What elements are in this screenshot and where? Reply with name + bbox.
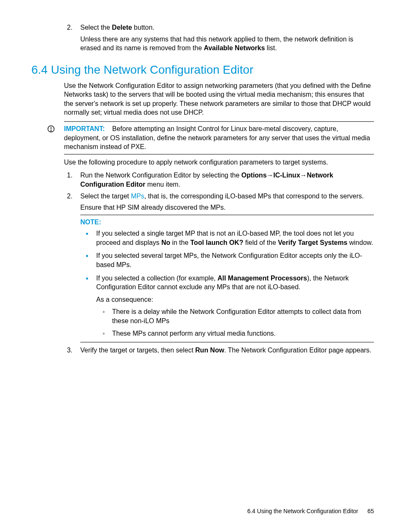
list-text: Verify the target or targets, then selec… xyxy=(80,346,374,355)
important-label: IMPORTANT: xyxy=(64,125,105,132)
list-number: 2. xyxy=(67,23,80,32)
bold-text: Options xyxy=(241,172,266,179)
svg-point-2 xyxy=(51,131,51,131)
important-icon xyxy=(47,124,64,152)
list-number: 3. xyxy=(67,346,80,355)
text: Before attempting an Insight Control for… xyxy=(64,125,370,150)
important-block: IMPORTANT: Before attempting an Insight … xyxy=(47,124,374,152)
text: As a consequence: xyxy=(96,295,374,304)
arrow: → xyxy=(300,172,307,179)
divider xyxy=(80,215,374,215)
bold-text: Tool launch OK? xyxy=(190,239,243,246)
bold-text: Verify Target Systems xyxy=(278,239,348,246)
text: window. xyxy=(348,239,373,246)
page-content: 2. Select the Delete button. Unless ther… xyxy=(0,0,399,532)
text: Select the xyxy=(80,24,112,31)
procedure-intro: Use the following procedure to apply net… xyxy=(64,158,374,167)
page-footer: 6.4 Using the Network Configuration Edit… xyxy=(247,507,374,515)
divider xyxy=(64,121,374,122)
text: Select the target xyxy=(80,193,131,200)
text: Run the Network Configuration Editor by … xyxy=(80,172,241,179)
section-heading: 6.4 Using the Network Configuration Edit… xyxy=(31,62,374,78)
list-continuation: Unless there are any systems that had th… xyxy=(80,35,374,53)
footer-text: 6.4 Using the Network Configuration Edit… xyxy=(247,508,358,514)
text: Ensure that HP SIM already discovered th… xyxy=(80,203,374,212)
bold-text: No xyxy=(161,239,170,246)
note-item: If you selected a collection (for exampl… xyxy=(84,274,374,338)
pre-ordered-list: 2. Select the Delete button. Unless ther… xyxy=(67,23,374,53)
list-text: Select the Delete button. xyxy=(80,23,374,32)
list-text: Select the target MPs, that is, the corr… xyxy=(80,192,374,212)
bold-text: Available Networks xyxy=(204,44,265,51)
important-text: IMPORTANT: Before attempting an Insight … xyxy=(64,124,374,152)
bold-text: Delete xyxy=(112,24,132,31)
step-2: 2. Select the target MPs, that is, the c… xyxy=(67,192,374,212)
text: menu item. xyxy=(146,181,181,188)
sub-list-item: These MPs cannot perform any virtual med… xyxy=(100,329,374,338)
list-number: 1. xyxy=(67,171,80,189)
text: in the xyxy=(170,239,190,246)
text: . The Network Configuration Editor page … xyxy=(224,347,371,354)
page-number: 65 xyxy=(367,508,374,514)
text: , that is, the corresponding iLO-based M… xyxy=(144,193,364,200)
sub-list-item: There is a delay while the Network Confi… xyxy=(100,307,374,325)
bold-text: IC-Linux xyxy=(274,172,300,179)
list-number: 2. xyxy=(67,192,80,212)
note-item: If you selected a single target MP that … xyxy=(84,229,374,247)
list-text: Run the Network Configuration Editor by … xyxy=(80,171,374,189)
note-label: NOTE: xyxy=(80,218,374,227)
link-text[interactable]: MPs xyxy=(131,193,144,200)
intro-paragraph: Use the Network Configuration Editor to … xyxy=(64,81,374,117)
step-3: 3. Verify the target or targets, then se… xyxy=(67,346,374,355)
note-list: If you selected a single target MP that … xyxy=(84,229,374,338)
procedure-list-cont: 3. Verify the target or targets, then se… xyxy=(67,346,374,355)
text: button. xyxy=(132,24,154,31)
procedure-list: 1. Run the Network Configuration Editor … xyxy=(67,171,374,212)
bold-text: All Management Processors xyxy=(217,275,307,282)
sub-list: There is a delay while the Network Confi… xyxy=(100,307,374,338)
text: Verify the target or targets, then selec… xyxy=(80,347,195,354)
text: field of the xyxy=(243,239,278,246)
text: list. xyxy=(265,44,276,51)
arrow: → xyxy=(267,172,274,179)
text: If you selected a collection (for exampl… xyxy=(96,275,217,282)
divider xyxy=(64,154,374,154)
bold-text: Run Now xyxy=(195,347,224,354)
step-1: 1. Run the Network Configuration Editor … xyxy=(67,171,374,189)
note-item: If you selected several target MPs, the … xyxy=(84,251,374,269)
list-item-2: 2. Select the Delete button. xyxy=(67,23,374,32)
divider xyxy=(80,342,374,342)
